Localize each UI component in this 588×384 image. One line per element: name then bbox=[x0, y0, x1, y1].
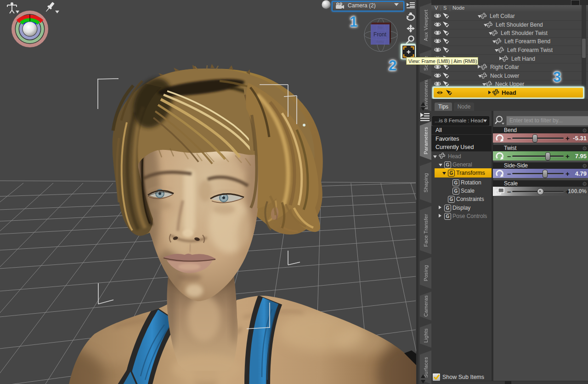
svg-text:Front: Front bbox=[373, 31, 387, 38]
svg-text:Top: Top bbox=[377, 26, 382, 29]
svg-text:Botto: Botto bbox=[376, 40, 384, 43]
